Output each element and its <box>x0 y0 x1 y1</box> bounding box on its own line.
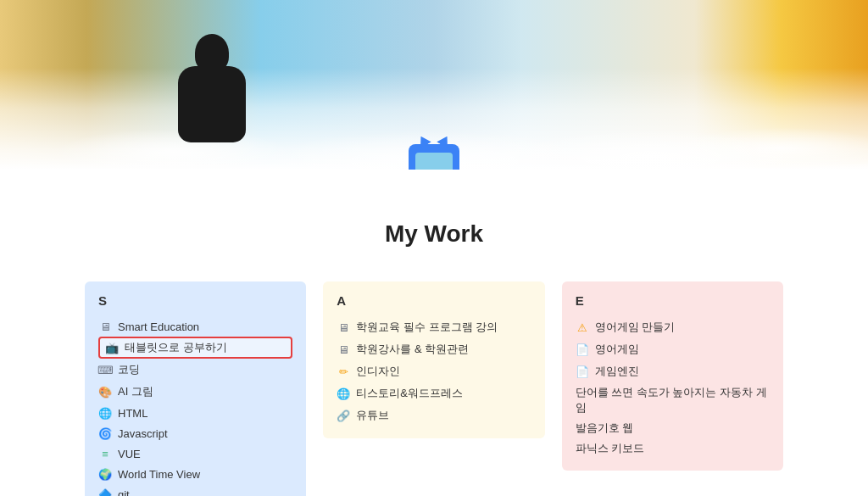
no-icon-item[interactable]: 발음기호 웹 <box>576 418 770 438</box>
item-label: 유튜브 <box>356 408 389 423</box>
warning-icon: ⚠ <box>576 320 589 334</box>
columns-container: S 🖥 Smart Education 📺 태블릿으로 공부하기 ⌨ 코딩 🎨 … <box>85 281 783 496</box>
item-label: 학원교육 필수 프로그램 강의 <box>356 320 498 335</box>
no-icon-item[interactable]: 단어를 쓰면 속도가 높아지는 자동차 게임 <box>576 382 770 418</box>
item-label: 영어게임 <box>595 342 639 357</box>
column-e-items: ⚠ 영어게임 만들기 📄 영어게임 📄 게임엔진 <box>576 316 770 382</box>
monitor-icon: 🖥 <box>337 343 350 356</box>
tv-screen <box>415 153 453 170</box>
column-a: A 🖥 학원교육 필수 프로그램 강의 🖥 학원강사를 & 학원관련 ✏ 인디자… <box>323 281 544 438</box>
html-icon: 🌐 <box>98 406 112 420</box>
list-item[interactable]: 🖥 Smart Education <box>98 316 292 337</box>
item-label: AI 그림 <box>118 384 153 399</box>
column-s: S 🖥 Smart Education 📺 태블릿으로 공부하기 ⌨ 코딩 🎨 … <box>85 281 306 496</box>
tv-small-icon: 📺 <box>105 341 119 354</box>
item-label: 티스토리&워드프레스 <box>356 386 463 401</box>
monitor-icon: 🖥 <box>337 320 350 334</box>
list-item[interactable]: ⚠ 영어게임 만들기 <box>576 316 770 338</box>
list-item[interactable]: 🔗 유튜브 <box>337 404 531 426</box>
list-item[interactable]: 📄 게임엔진 <box>576 360 770 382</box>
list-item-highlighted[interactable]: 📺 태블릿으로 공부하기 <box>98 337 292 359</box>
page-content: My Work S 🖥 Smart Education 📺 태블릿으로 공부하기… <box>0 170 868 496</box>
doc-icon: 📄 <box>576 343 589 356</box>
world-icon: 🌍 <box>98 467 112 481</box>
git-icon: 🔷 <box>98 488 112 496</box>
hero-banner <box>0 0 868 170</box>
list-item[interactable]: 🌀 Javascript <box>98 423 292 443</box>
doc-icon: 📄 <box>576 365 589 378</box>
list-item[interactable]: 🌐 티스토리&워드프레스 <box>337 382 531 404</box>
blog-icon: 🌐 <box>337 387 350 400</box>
item-label: 게임엔진 <box>595 364 639 379</box>
person-silhouette <box>170 34 254 144</box>
list-item[interactable]: 📄 영어게임 <box>576 338 770 360</box>
tv-icon-container <box>409 144 459 170</box>
item-label: 영어게임 만들기 <box>595 320 676 335</box>
tv-icon <box>409 144 459 170</box>
item-label: 태블릿으로 공부하기 <box>125 340 227 355</box>
item-label: 코딩 <box>118 362 140 377</box>
item-label: 학원강사를 & 학원관련 <box>356 342 469 357</box>
list-item[interactable]: ✏ 인디자인 <box>337 360 531 382</box>
person-body <box>178 66 246 142</box>
list-item[interactable]: 🌐 HTML <box>98 403 292 423</box>
column-s-items: 🖥 Smart Education 📺 태블릿으로 공부하기 ⌨ 코딩 🎨 AI… <box>98 316 292 496</box>
item-label: Javascript <box>118 427 168 440</box>
no-icon-item[interactable]: 파닉스 키보드 <box>576 438 770 459</box>
vue-icon: ≡ <box>98 447 112 460</box>
list-item[interactable]: 🎨 AI 그림 <box>98 381 292 403</box>
list-item[interactable]: 🖥 학원교육 필수 프로그램 강의 <box>337 316 531 338</box>
column-s-header: S <box>98 293 292 308</box>
design-icon: ✏ <box>337 365 350 378</box>
item-label: git <box>118 488 130 497</box>
list-item[interactable]: ⌨ 코딩 <box>98 359 292 381</box>
item-label: HTML <box>118 407 147 420</box>
list-item[interactable]: 🌍 World Time View <box>98 464 292 484</box>
column-e-header: E <box>576 293 770 308</box>
list-item[interactable]: 🔷 git <box>98 484 292 496</box>
monitor-icon: 🖥 <box>98 320 112 333</box>
item-label: 인디자인 <box>356 364 400 379</box>
item-label: World Time View <box>118 468 200 481</box>
item-label: VUE <box>118 448 141 460</box>
list-item[interactable]: 🖥 학원강사를 & 학원관련 <box>337 338 531 360</box>
youtube-icon: 🔗 <box>337 409 350 422</box>
column-a-header: A <box>337 293 531 308</box>
page-title: My Work <box>85 220 783 248</box>
list-item[interactable]: ≡ VUE <box>98 443 292 464</box>
column-e: E ⚠ 영어게임 만들기 📄 영어게임 📄 게임엔진 단어를 쓰면 속도가 높아… <box>562 281 783 471</box>
keyboard-icon: ⌨ <box>98 363 112 376</box>
js-icon: 🌀 <box>98 426 112 440</box>
item-label: Smart Education <box>118 320 199 333</box>
person-figure <box>170 25 271 144</box>
ai-icon: 🎨 <box>98 385 112 398</box>
column-a-items: 🖥 학원교육 필수 프로그램 강의 🖥 학원강사를 & 학원관련 ✏ 인디자인 … <box>337 316 531 426</box>
